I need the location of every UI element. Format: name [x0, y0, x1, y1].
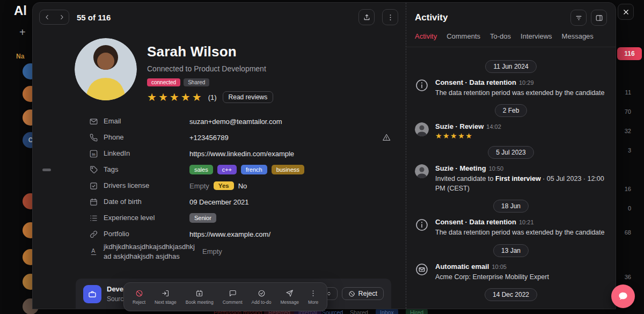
field-row: Drivers licenseEmptyYesNo — [89, 178, 391, 194]
tab-interviews[interactable]: Interviews — [521, 32, 552, 40]
tab-to-dos[interactable]: To-dos — [490, 32, 511, 40]
info-icon — [415, 218, 429, 232]
email-circle-icon — [415, 262, 429, 276]
timeline-date-chip: 2 Feb — [495, 104, 528, 117]
reject-icon — [348, 290, 355, 297]
warning-icon — [382, 133, 391, 142]
filter-button[interactable] — [570, 10, 587, 26]
field-label: Tags — [104, 165, 184, 174]
option-empty[interactable]: Empty — [189, 182, 209, 190]
toolbar-next-stage-button[interactable]: Next stage — [150, 287, 181, 307]
activity-item: Suzie · Meeting10:50Invited candidate to… — [415, 164, 607, 193]
link-icon — [89, 230, 98, 239]
candidate-pane-header: 55 of 116 — [33, 3, 406, 30]
stage-count-highlight: 116 — [617, 47, 642, 60]
info-icon — [415, 78, 429, 92]
screen: Al + Na C 11611703231606836 Permission m… — [0, 0, 644, 314]
field-label: jkdhjkdhkasjdhkajsdhkjasdhkjad askjdhakj… — [104, 242, 197, 261]
reject-button-label: Reject — [358, 290, 377, 297]
toolbar-reject-button[interactable]: Reject — [128, 287, 150, 307]
book-meeting-icon — [195, 289, 203, 297]
activity-avatar — [415, 164, 429, 178]
rating-count: (1) — [208, 93, 217, 101]
column-header-name: Na — [16, 53, 24, 60]
rating-stars[interactable]: ★★★★★ — [147, 92, 203, 103]
field-value-empty: Empty — [202, 247, 222, 255]
read-reviews-button[interactable]: Read reviews — [223, 91, 274, 103]
chat-icon — [617, 290, 629, 302]
activity-body: The data retention period was extended b… — [435, 228, 607, 237]
toolbar-label: More — [308, 300, 318, 305]
email-circle-icon — [415, 262, 429, 276]
chat-widget-button[interactable] — [611, 284, 635, 308]
toolbar-label: Message — [280, 300, 299, 305]
activity-item-title: Automatic email10:05 — [435, 262, 607, 271]
activity-item-time: 10:21 — [519, 219, 534, 225]
text-icon: A — [89, 247, 98, 256]
filter-icon — [575, 14, 583, 22]
activity-body: Acme Corp: Enterprise Mobility Expert — [435, 272, 607, 282]
timeline-date-chip: 18 Jun — [493, 200, 529, 213]
info-icon — [415, 218, 429, 232]
activity-body: Invited candidate to First interview · 0… — [435, 174, 607, 193]
panel-icon — [595, 14, 603, 22]
tag-chip[interactable]: c++ — [217, 165, 237, 174]
add-candidate-button[interactable]: + — [16, 26, 29, 39]
field-value[interactable]: +123456789 — [189, 134, 229, 142]
close-modal-button[interactable] — [618, 4, 634, 20]
status-badge-shared: Shared — [184, 78, 209, 86]
pane-resize-handle[interactable] — [42, 169, 51, 171]
field-value[interactable]: https://www.example.com/ — [189, 230, 270, 238]
tag-chip[interactable]: french — [241, 165, 267, 174]
option-yes[interactable]: Yes — [214, 181, 234, 190]
toolbar-book-meeting-button[interactable]: Book meeting — [181, 287, 218, 307]
field-label: Experience level — [104, 213, 184, 223]
toolbar-message-button[interactable]: Message — [276, 287, 303, 307]
field-value[interactable]: https://www.linkedin.com/example — [189, 150, 294, 158]
tab-comments[interactable]: Comments — [447, 32, 480, 40]
pagination-nav — [39, 10, 69, 25]
reject-button[interactable]: Reject — [342, 287, 384, 300]
calendar-icon — [89, 198, 98, 207]
tab-messages[interactable]: Messages — [562, 32, 594, 40]
field-label: Date of birth — [104, 197, 184, 207]
prev-candidate-button[interactable] — [40, 10, 54, 24]
linkedin-icon: in — [89, 149, 98, 158]
suzie-avatar-image — [415, 164, 429, 178]
list-icon — [89, 214, 98, 223]
more-options-button[interactable] — [382, 9, 398, 25]
candidate-modal: 55 of 116 Sarah Wilson Connected to Prod… — [32, 2, 616, 309]
field-label: LinkedIn — [104, 149, 184, 158]
app-logo: Al — [14, 3, 27, 18]
activity-header: Activity — [406, 3, 616, 30]
timeline-date-chip: 14 Dec 2022 — [485, 288, 537, 301]
field-label: Portfolio — [104, 229, 184, 239]
field-value[interactable]: suzan+demo@teamtailor.com — [189, 118, 282, 126]
check-square-icon — [89, 181, 98, 191]
tab-activity[interactable]: Activity — [415, 32, 437, 40]
field-value[interactable]: 09 December 2021 — [189, 198, 249, 206]
phone-icon — [89, 133, 98, 142]
link-icon — [89, 230, 98, 239]
tag-chip[interactable]: business — [272, 165, 304, 174]
field-row: Experience levelSenior — [89, 210, 391, 226]
timeline-date-chip: 13 Jan — [493, 244, 529, 257]
field-row: Phone+123456789 — [89, 129, 391, 145]
reject-icon — [135, 289, 143, 297]
field-row: Date of birth09 December 2021 — [89, 194, 391, 210]
toolbar-comment-button[interactable]: Comment — [218, 287, 247, 307]
toolbar-more-button[interactable]: More — [304, 287, 323, 307]
tag-icon — [89, 165, 98, 174]
toolbar-label: Add to-do — [252, 300, 272, 305]
next-candidate-button[interactable] — [54, 10, 69, 24]
more-icon — [309, 289, 317, 297]
share-button[interactable] — [358, 9, 375, 25]
next-stage-icon — [162, 289, 170, 297]
option-no[interactable]: No — [238, 182, 247, 190]
toolbar-add-to-do-button[interactable]: Add to-do — [247, 287, 276, 307]
tag-chip[interactable]: sales — [189, 165, 213, 174]
chevron-left-icon — [43, 13, 51, 21]
toolbar-label: Next stage — [155, 300, 177, 305]
layout-toggle-button[interactable] — [591, 10, 607, 26]
email-icon — [89, 117, 98, 126]
